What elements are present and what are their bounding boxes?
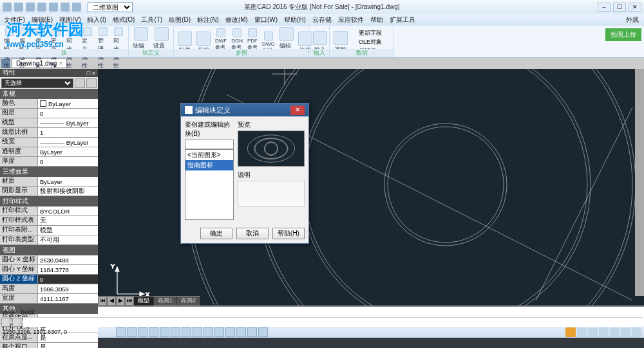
layout-tab[interactable]: 布局2: [177, 297, 200, 306]
sel-icon[interactable]: [86, 78, 97, 88]
app-icon[interactable]: [3, 3, 12, 12]
prop-value[interactable]: ———— ByLayer: [37, 118, 98, 127]
prop-row[interactable]: 打印样式表无: [0, 216, 98, 226]
prop-value[interactable]: ByLayer: [37, 177, 98, 186]
panel-close-icon[interactable]: □ ×: [87, 70, 95, 77]
polar-icon[interactable]: [149, 327, 158, 337]
menu-item[interactable]: 工具(T): [141, 15, 162, 24]
workspace-dropdown[interactable]: 二维草图: [88, 2, 133, 12]
open-icon[interactable]: [26, 3, 35, 12]
save-icon[interactable]: [37, 3, 46, 12]
tab-nav-prev-icon[interactable]: ◀: [107, 297, 116, 306]
prop-row[interactable]: 线宽———— ByLayer: [0, 138, 98, 147]
prop-row[interactable]: 线型———— ByLayer: [0, 118, 98, 128]
tray-icon[interactable]: [610, 327, 620, 337]
block-list[interactable]: <当前图形> 指南图标: [185, 149, 234, 220]
prop-value[interactable]: 是: [37, 343, 98, 348]
prop-row[interactable]: 透明度ByLayer: [0, 147, 98, 157]
prop-value[interactable]: BYCOLOR: [37, 206, 98, 215]
prop-row[interactable]: 线型比例1: [0, 128, 98, 138]
prop-value[interactable]: 不可用: [37, 235, 98, 244]
prop-row[interactable]: 打印表类型不可用: [0, 235, 98, 245]
model-tab[interactable]: 模型: [134, 297, 154, 306]
close-button[interactable]: ✕: [629, 3, 641, 12]
tab-nav-first-icon[interactable]: ⏮: [98, 297, 107, 306]
prop-group-title[interactable]: 打印样式: [0, 196, 98, 206]
aux-icon[interactable]: [258, 327, 268, 337]
menu-item[interactable]: 应用软件: [338, 15, 364, 24]
ortho-icon[interactable]: [138, 327, 147, 337]
snap-icon[interactable]: [116, 327, 126, 337]
menu-item[interactable]: 绘图(D): [169, 15, 191, 24]
prop-value[interactable]: 模型: [37, 226, 98, 235]
prop-group-title[interactable]: 视图: [0, 245, 98, 255]
menu-item[interactable]: 标注(N): [197, 15, 219, 24]
ime-icon[interactable]: [565, 327, 576, 337]
prop-group-title[interactable]: 三维效果: [0, 167, 98, 177]
prop-row[interactable]: 厚度0: [0, 157, 98, 167]
menu-item[interactable]: 窗口(W): [254, 15, 278, 24]
prop-row[interactable]: 圆心 X 坐标2630.0488: [0, 255, 98, 265]
prop-row[interactable]: 高度1986.3059: [0, 284, 98, 294]
menu-item[interactable]: 格式(O): [113, 15, 135, 24]
upload-button[interactable]: 拍照上传: [605, 28, 641, 41]
aux-icon[interactable]: [214, 327, 224, 337]
menu-item[interactable]: 帮助(H): [284, 15, 306, 24]
menu-item[interactable]: 视图(V): [59, 15, 80, 24]
prop-value[interactable]: 0: [37, 157, 98, 166]
menu-item[interactable]: 编辑(E): [32, 15, 53, 24]
prop-row[interactable]: 打印样式BYCOLOR: [0, 206, 98, 216]
prop-value[interactable]: ByLayer: [37, 99, 98, 108]
prop-value[interactable]: 投射和接收阴影: [37, 187, 98, 196]
print-icon[interactable]: [72, 3, 81, 12]
ok-button[interactable]: 确定: [200, 228, 232, 239]
tray-icon[interactable]: [632, 327, 641, 337]
aux-icon[interactable]: [225, 327, 235, 337]
tray-icon[interactable]: [588, 327, 598, 337]
aux-icon[interactable]: [247, 327, 257, 337]
otrack-icon[interactable]: [171, 327, 180, 337]
prop-row[interactable]: 打印表附...模型: [0, 226, 98, 235]
redo-icon[interactable]: [61, 3, 70, 12]
tray-icon[interactable]: [577, 327, 587, 337]
list-item[interactable]: <当前图形>: [185, 150, 233, 160]
prop-value[interactable]: 1: [37, 128, 98, 137]
menu-item[interactable]: 插入(I): [87, 15, 106, 24]
undo-icon[interactable]: [49, 3, 58, 12]
tab-nav-next-icon[interactable]: ▶: [116, 297, 125, 306]
menu-right[interactable]: 外观: [626, 15, 639, 24]
prop-value[interactable]: 无: [37, 216, 98, 225]
block-name-input[interactable]: [185, 140, 234, 149]
tray-icon[interactable]: [621, 327, 630, 337]
prop-value[interactable]: 0: [37, 275, 98, 284]
selection-dropdown[interactable]: 无选择: [1, 78, 73, 88]
menu-item[interactable]: 文件(F): [4, 15, 25, 24]
ribbon-row[interactable]: OLE对象: [351, 38, 382, 46]
prop-value[interactable]: 1184.3778: [37, 265, 98, 274]
help-button[interactable]: 帮助(H): [272, 228, 305, 239]
prop-value[interactable]: ———— ByLayer: [37, 138, 98, 147]
menu-item[interactable]: 修改(M): [225, 15, 248, 24]
prop-row[interactable]: 阴影显示投射和接收阴影: [0, 187, 98, 196]
dialog-close-button[interactable]: ✕: [290, 105, 305, 115]
model-icon[interactable]: [204, 327, 213, 337]
osnap-icon[interactable]: [160, 327, 169, 337]
grid-icon[interactable]: [127, 327, 137, 337]
lwt-icon[interactable]: [182, 327, 191, 337]
menu-item[interactable]: 帮助: [370, 15, 383, 24]
prop-row[interactable]: 圆心 Y 坐标1184.3778: [0, 265, 98, 275]
ribbon-row[interactable]: 更新字段: [351, 29, 382, 37]
prop-value[interactable]: ByLayer: [37, 147, 98, 156]
prop-value[interactable]: 0: [37, 109, 98, 118]
prop-row[interactable]: 圆心 Z 坐标0: [0, 275, 98, 284]
list-item[interactable]: 指南图标: [185, 160, 233, 170]
cmd-icon[interactable]: [1, 318, 10, 327]
menu-item[interactable]: 扩展工具: [390, 15, 415, 24]
prop-row[interactable]: 颜色ByLayer: [0, 99, 98, 109]
prop-value[interactable]: 2630.0488: [37, 255, 98, 264]
prop-row[interactable]: 材质ByLayer: [0, 177, 98, 187]
vertical-scrollbar[interactable]: [635, 69, 644, 296]
prop-row[interactable]: 图层0: [0, 109, 98, 118]
prop-row[interactable]: 每个视口...是: [0, 343, 98, 348]
prop-group-title[interactable]: 常规: [0, 89, 98, 99]
